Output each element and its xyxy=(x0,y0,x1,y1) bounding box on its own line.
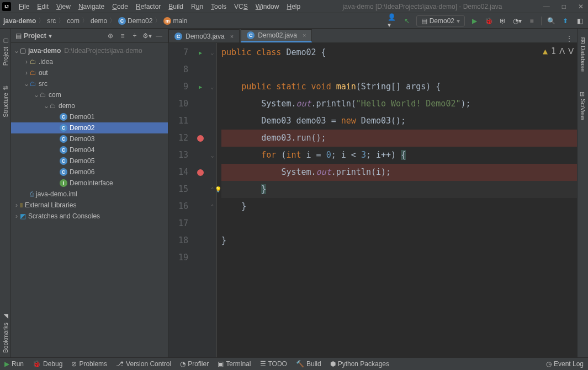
run-config-selector[interactable]: ▤ Demo02▾ xyxy=(416,15,465,26)
inspection-widget[interactable]: ▲1 ᐱ ᐯ xyxy=(543,46,574,56)
editor-tab[interactable]: CDemo02.java× xyxy=(241,29,312,42)
breadcrumb-root[interactable]: java-demo xyxy=(3,17,36,25)
class-icon: C xyxy=(60,113,67,121)
main-menu: File Edit View Navigate Code Refactor Bu… xyxy=(15,2,304,12)
tree-folder[interactable]: ›🗀out xyxy=(11,67,168,78)
breakpoint-icon[interactable] xyxy=(197,169,204,176)
problems-tool-button[interactable]: ⊘Problems xyxy=(71,360,107,368)
menu-view[interactable]: View xyxy=(53,2,74,12)
panel-title[interactable]: ▤ Project ▾ xyxy=(15,32,52,40)
breadcrumb-item[interactable]: demo xyxy=(91,17,107,25)
navigation-bar: java-demo 〉 src 〉 com 〉 demo 〉 CDemo02 〉… xyxy=(0,13,588,29)
next-highlight-icon[interactable]: ᐯ xyxy=(568,46,574,56)
stop-button[interactable]: ■ xyxy=(527,16,537,26)
tree-class[interactable]: CDemo05 xyxy=(11,155,168,167)
class-icon: C xyxy=(118,17,126,25)
menu-edit[interactable]: Edit xyxy=(34,2,52,12)
run-button[interactable]: ▶ xyxy=(469,16,479,26)
settings-icon[interactable]: ⚙▾ xyxy=(142,31,151,40)
tree-class[interactable]: CDemo03 xyxy=(11,133,168,144)
sciview-icon: ⊞ xyxy=(579,92,586,96)
line-numbers: 789 101112 131415 161718 19 xyxy=(168,43,193,357)
terminal-tool-button[interactable]: ▣Terminal xyxy=(218,360,251,368)
debug-button[interactable]: 🐞 xyxy=(484,16,494,26)
breadcrumb: java-demo 〉 src 〉 com 〉 demo 〉 CDemo02 〉… xyxy=(3,16,388,25)
ide-icon[interactable]: ◧ xyxy=(575,16,585,26)
tree-scratches[interactable]: ›◩Scratches and Consoles xyxy=(11,211,168,222)
menu-vcs[interactable]: VCS xyxy=(231,2,251,12)
tree-interface[interactable]: IDemoInterface xyxy=(11,178,168,189)
vcs-tool-button[interactable]: ⎇Version Control xyxy=(116,360,171,368)
minimize-button[interactable]: — xyxy=(541,3,552,10)
sidebar-tab-structure[interactable]: Structure⇅ xyxy=(1,81,10,122)
search-button[interactable]: 🔍 xyxy=(546,16,556,26)
menu-help[interactable]: Help xyxy=(283,2,304,12)
profiler-button[interactable]: ◔▾ xyxy=(512,16,522,26)
menu-tools[interactable]: Tools xyxy=(208,2,230,12)
tree-external-libraries[interactable]: ›⫴External Libraries xyxy=(11,200,168,211)
close-icon[interactable]: × xyxy=(303,32,306,39)
play-icon: ▶ xyxy=(4,360,9,368)
build-icon[interactable]: ↖ xyxy=(402,16,412,26)
debug-tool-button[interactable]: 🐞Debug xyxy=(33,360,62,368)
run-gutter-icon[interactable]: ▶ xyxy=(199,78,202,95)
tree-class[interactable]: CDemo01 xyxy=(11,111,168,122)
tree-package[interactable]: ⌄🗀demo xyxy=(11,100,168,111)
tree-package[interactable]: ⌄🗀com xyxy=(11,89,168,100)
event-log-button[interactable]: ◷Event Log xyxy=(546,360,584,368)
collapse-all-icon[interactable]: ÷ xyxy=(130,31,139,40)
build-tool-button[interactable]: 🔨Build xyxy=(296,360,321,368)
update-button[interactable]: ⬆ xyxy=(560,16,570,26)
todo-icon: ☰ xyxy=(260,360,266,368)
breadcrumb-item[interactable]: com xyxy=(67,17,80,25)
close-button[interactable]: ✕ xyxy=(576,3,586,10)
project-tree[interactable]: ⌄▢java-demoD:\IdeaProjects\java-demo ›🗀.… xyxy=(11,43,168,357)
todo-tool-button[interactable]: ☰TODO xyxy=(260,360,287,368)
tree-folder[interactable]: ⌄🗀src xyxy=(11,78,168,89)
breadcrumb-class[interactable]: CDemo02 xyxy=(118,17,152,25)
module-icon: ▢ xyxy=(20,47,26,55)
menu-run[interactable]: Run xyxy=(188,2,206,12)
sidebar-tab-sciview[interactable]: ⊞SciView xyxy=(578,87,587,125)
tree-root[interactable]: ⌄▢java-demoD:\IdeaProjects\java-demo xyxy=(11,45,168,56)
menu-code[interactable]: Code xyxy=(109,2,131,12)
add-config-icon[interactable]: 👤▾ xyxy=(388,16,398,26)
tree-class[interactable]: CDemo06 xyxy=(11,167,168,178)
sidebar-tab-bookmarks[interactable]: Bookmarks◣ xyxy=(1,309,10,357)
expand-all-icon[interactable]: ≡ xyxy=(118,31,127,40)
tree-folder[interactable]: ›🗀.idea xyxy=(11,56,168,67)
editor-tab[interactable]: CDemo03.java× xyxy=(168,29,240,42)
project-tool-window: ▤ Project ▾ ⊕ ≡ ÷ ⚙▾ — ⌄▢java-demoD:\Ide… xyxy=(11,29,168,357)
tree-class[interactable]: CDemo04 xyxy=(11,144,168,155)
run-config-icon: ▤ xyxy=(421,17,427,25)
run-gutter-icon[interactable]: ▶ xyxy=(199,44,202,61)
breadcrumb-item[interactable]: src xyxy=(47,17,56,25)
sidebar-tab-database[interactable]: 🗄Database xyxy=(579,33,587,76)
run-tool-button[interactable]: ▶Run xyxy=(4,360,24,368)
maximize-button[interactable]: □ xyxy=(560,3,568,10)
breakpoint-icon[interactable] xyxy=(197,135,204,142)
titlebar: IJ File Edit View Navigate Code Refactor… xyxy=(0,0,588,13)
menu-build[interactable]: Build xyxy=(165,2,187,12)
editor: CDemo03.java× CDemo02.java× ⋮ ▲1 ᐱ ᐯ 789… xyxy=(168,29,577,357)
prev-highlight-icon[interactable]: ᐱ xyxy=(559,46,565,56)
breadcrumb-method[interactable]: mmain xyxy=(163,17,187,25)
select-opened-file-icon[interactable]: ⊕ xyxy=(106,31,115,40)
profiler-tool-button[interactable]: ◔Profiler xyxy=(180,360,209,368)
sidebar-tab-project[interactable]: Project▢ xyxy=(1,33,10,70)
hide-icon[interactable]: — xyxy=(155,31,163,40)
coverage-button[interactable]: ⛨ xyxy=(498,16,508,26)
menu-navigate[interactable]: Navigate xyxy=(75,2,108,12)
code-area[interactable]: public class Demo02 { public static void… xyxy=(217,43,577,357)
editor-body[interactable]: ▲1 ᐱ ᐯ 789 101112 131415 161718 19 ▶ ▶ xyxy=(168,43,577,357)
tree-class[interactable]: CDemo02 xyxy=(11,122,168,133)
terminal-icon: ▣ xyxy=(218,360,224,368)
menu-file[interactable]: File xyxy=(15,2,33,12)
more-tabs-icon[interactable]: ⋮ xyxy=(561,35,577,42)
tree-file[interactable]: ⎙java-demo.iml xyxy=(11,189,168,200)
close-icon[interactable]: × xyxy=(230,33,234,40)
python-packages-button[interactable]: ⬢Python Packages xyxy=(330,360,389,368)
menu-window[interactable]: Window xyxy=(252,2,283,12)
intention-bulb-icon[interactable]: 💡 xyxy=(215,181,221,198)
menu-refactor[interactable]: Refactor xyxy=(133,2,164,12)
